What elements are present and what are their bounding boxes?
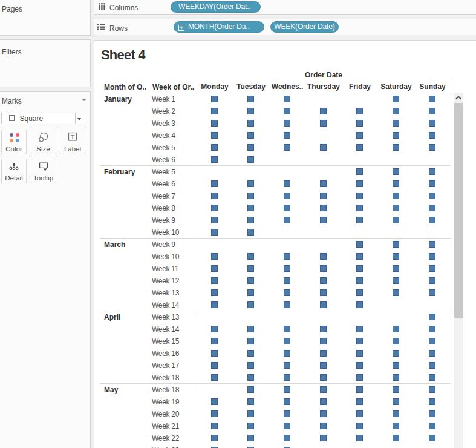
svg-text:T: T: [71, 133, 75, 140]
